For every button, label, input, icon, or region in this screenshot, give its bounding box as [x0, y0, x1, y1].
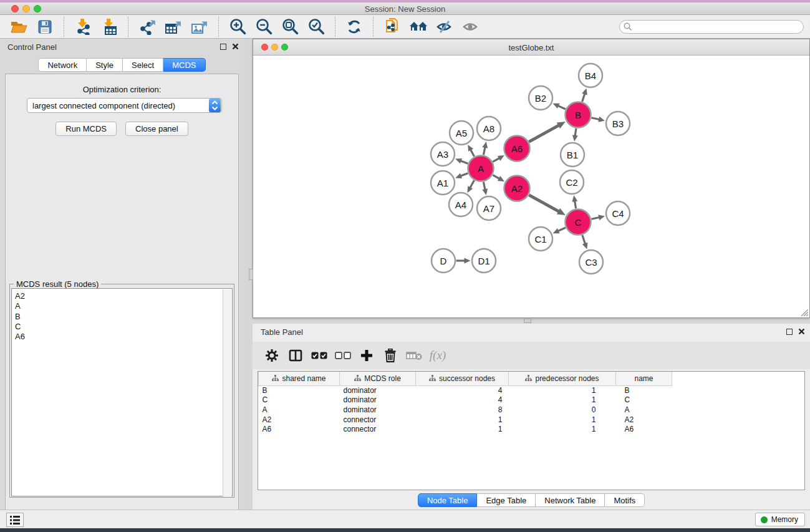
- export-table-button[interactable]: [160, 16, 186, 37]
- table-cell[interactable]: C: [259, 395, 340, 405]
- import-network-button[interactable]: [70, 16, 96, 37]
- task-history-button[interactable]: [6, 513, 24, 527]
- column-header-successor-nodes[interactable]: successor nodes: [416, 372, 509, 385]
- deselect-all-button[interactable]: [331, 344, 355, 367]
- table-cell[interactable]: A6: [616, 424, 672, 434]
- search-input[interactable]: [619, 20, 804, 34]
- function-builder-button[interactable]: f(x): [426, 344, 450, 367]
- table-cell[interactable]: A: [259, 405, 340, 415]
- column-header-shared-name[interactable]: shared name: [259, 372, 340, 385]
- float-panel-icon[interactable]: [786, 329, 793, 335]
- tab-network-table[interactable]: Network Table: [536, 493, 605, 507]
- graph-edge-B-B3[interactable]: [591, 118, 600, 120]
- column-header-predecessor-nodes[interactable]: predecessor nodes: [509, 372, 616, 385]
- open-session-button[interactable]: [6, 16, 32, 37]
- column-header-name[interactable]: name: [616, 372, 672, 385]
- table-cell[interactable]: 4: [416, 385, 509, 395]
- import-table-button[interactable]: [96, 16, 122, 37]
- network-canvas[interactable]: B4B2BB3B1A5A8A6A3AA1C2A4A7A2CC4C1C3DD1: [253, 56, 809, 317]
- table-cell[interactable]: dominator: [340, 405, 416, 415]
- horizontal-splitter-knob[interactable]: [524, 319, 531, 323]
- close-panel-icon[interactable]: [232, 43, 239, 50]
- show-all-button[interactable]: [458, 16, 484, 37]
- table-cell[interactable]: dominator: [340, 385, 416, 395]
- graph-edge-C-C4[interactable]: [591, 217, 600, 219]
- table-row[interactable]: A6connector11A6: [259, 424, 804, 434]
- delete-button[interactable]: [378, 344, 402, 367]
- memory-button[interactable]: Memory: [755, 513, 805, 526]
- graph-edge-A-A3[interactable]: [460, 160, 468, 163]
- table-cell[interactable]: A2: [259, 415, 340, 425]
- table-cell[interactable]: 8: [416, 405, 509, 415]
- table-cell[interactable]: 1: [509, 395, 616, 405]
- duplicate-network-button[interactable]: [379, 16, 405, 37]
- zoom-fit-button[interactable]: [277, 16, 303, 37]
- graph-edge-C-C1[interactable]: [557, 228, 566, 231]
- table-cell[interactable]: B: [616, 385, 672, 395]
- tab-network[interactable]: Network: [38, 58, 87, 72]
- result-list-item[interactable]: B: [15, 312, 232, 322]
- run-mcds-button[interactable]: Run MCDS: [55, 122, 117, 136]
- table-cell[interactable]: A6: [259, 424, 340, 434]
- result-list-item[interactable]: A: [15, 301, 232, 311]
- zoom-selected-button[interactable]: [303, 16, 329, 37]
- column-header-MCDS-role[interactable]: MCDS role: [340, 372, 416, 385]
- tab-node-table[interactable]: Node Table: [418, 493, 478, 507]
- export-network-button[interactable]: [134, 16, 160, 37]
- tab-style[interactable]: Style: [87, 58, 123, 72]
- result-list-item[interactable]: C: [15, 322, 232, 332]
- tab-select[interactable]: Select: [123, 58, 163, 72]
- home-button[interactable]: [405, 16, 432, 37]
- delete-table-button[interactable]: [402, 344, 426, 367]
- graph-edge-B-B4[interactable]: [582, 93, 585, 102]
- optimization-criterion-dropdown[interactable]: largest connected component (directed): [27, 98, 222, 113]
- resize-grip-icon[interactable]: [800, 308, 808, 316]
- table-settings-button[interactable]: [260, 344, 284, 367]
- graph-edge-A2-C[interactable]: [529, 195, 559, 212]
- graph-edge-B-B2[interactable]: [557, 105, 566, 109]
- zoom-out-button[interactable]: [251, 16, 277, 37]
- table-cell[interactable]: connector: [340, 424, 416, 434]
- graph-edge-A-A4[interactable]: [470, 180, 474, 188]
- table-cell[interactable]: C: [616, 395, 672, 405]
- close-panel-icon[interactable]: [798, 328, 805, 335]
- table-cell[interactable]: A: [616, 405, 672, 415]
- zoom-in-button[interactable]: [224, 16, 251, 37]
- refresh-button[interactable]: [341, 16, 367, 37]
- result-list-item[interactable]: A2: [15, 291, 232, 301]
- export-image-button[interactable]: [186, 16, 213, 37]
- graph-edge-A-A8[interactable]: [483, 147, 485, 155]
- graph-edge-A6-B[interactable]: [529, 125, 559, 142]
- table-row[interactable]: Adominator80A: [259, 405, 804, 415]
- table-cell[interactable]: 1: [509, 385, 616, 395]
- mcds-result-listbox[interactable]: A2ABCA6: [11, 288, 233, 496]
- graph-edge-A-A1[interactable]: [460, 173, 468, 177]
- save-session-button[interactable]: [32, 16, 58, 37]
- network-window-titlebar[interactable]: testGlobe.txt: [253, 39, 809, 56]
- float-panel-icon[interactable]: [220, 44, 226, 50]
- node-table-viewport[interactable]: shared nameMCDS rolesuccessor nodesprede…: [258, 371, 805, 490]
- close-panel-button[interactable]: Close panel: [125, 122, 188, 136]
- splitter-knob[interactable]: [249, 269, 253, 280]
- hide-selected-button[interactable]: [432, 16, 458, 37]
- table-cell[interactable]: 0: [509, 405, 616, 415]
- tab-mcds[interactable]: MCDS: [163, 58, 205, 72]
- table-cell[interactable]: 1: [509, 415, 616, 425]
- tab-motifs[interactable]: Motifs: [605, 493, 645, 507]
- graph-edge-A-A7[interactable]: [483, 182, 485, 191]
- result-scrollbar-track[interactable]: [223, 289, 231, 496]
- table-row[interactable]: A2connector11A2: [259, 415, 804, 425]
- table-cell[interactable]: 1: [416, 415, 509, 425]
- table-cell[interactable]: 1: [509, 424, 616, 434]
- table-cell[interactable]: connector: [340, 415, 416, 425]
- graph-edge-C-C3[interactable]: [582, 235, 586, 244]
- show-column-panel-button[interactable]: [284, 344, 307, 367]
- graph-edge-A-A5[interactable]: [470, 149, 474, 157]
- table-cell[interactable]: B: [259, 385, 340, 395]
- result-list-item[interactable]: A6: [15, 332, 232, 342]
- add-column-button[interactable]: [355, 344, 378, 367]
- table-cell[interactable]: dominator: [340, 395, 416, 405]
- table-cell[interactable]: 4: [416, 395, 509, 405]
- table-row[interactable]: Bdominator41B: [259, 385, 804, 395]
- table-cell[interactable]: 1: [416, 424, 509, 434]
